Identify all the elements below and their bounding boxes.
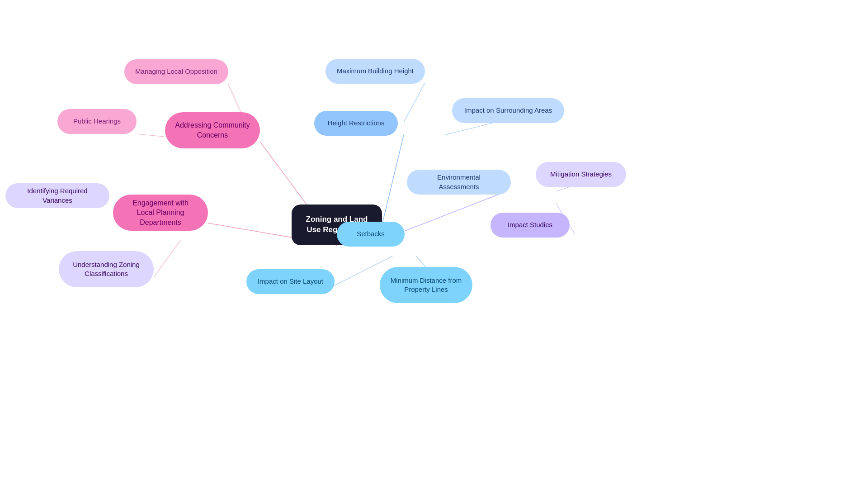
addressing-community-concerns-node: Addressing Community Concerns <box>165 112 260 148</box>
mitigation-strategies-node: Mitigation Strategies <box>536 162 626 187</box>
maximum-building-height-node: Maximum Building Height <box>326 59 425 84</box>
understanding-zoning-classifications-node: Understanding Zoning Classifications <box>59 251 154 287</box>
impact-site-layout-node: Impact on Site Layout <box>246 269 335 294</box>
public-hearings-node: Public Hearings <box>57 109 137 134</box>
engagement-local-planning-node: Engagement with Local Planning Departmen… <box>113 195 208 231</box>
svg-line-2 <box>382 135 404 225</box>
identifying-required-variances-node: Identifying Required Variances <box>5 183 109 208</box>
svg-line-8 <box>154 240 181 277</box>
managing-local-opposition-node: Managing Local Opposition <box>124 59 228 84</box>
height-restrictions-node: Height Restrictions <box>314 111 398 136</box>
setbacks-node: Setbacks <box>337 222 405 247</box>
minimum-distance-property-lines-node: Minimum Distance from Property Lines <box>380 267 472 303</box>
impact-surrounding-areas-node: Impact on Surrounding Areas <box>452 98 564 123</box>
svg-line-9 <box>404 83 425 122</box>
environmental-assessments-node: Environmental Assessments <box>407 170 511 195</box>
impact-studies-node: Impact Studies <box>491 213 570 238</box>
svg-line-10 <box>445 121 500 135</box>
